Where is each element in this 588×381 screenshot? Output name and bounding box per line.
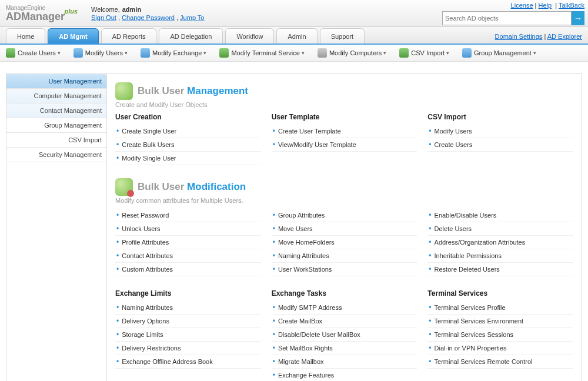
toolbar-group-mgmt[interactable]: Group Management▾ xyxy=(462,48,536,58)
tab-support[interactable]: Support xyxy=(320,28,365,44)
domain-settings-link[interactable]: Domain Settings xyxy=(495,33,543,40)
section-title-bulk-user-management: Bulk User Management xyxy=(138,85,248,97)
group-icon xyxy=(462,48,472,58)
list-item[interactable]: Dial-in or VPN Properties xyxy=(427,342,573,355)
list-item[interactable]: Modify Users xyxy=(427,125,573,138)
toolbar-modify-users[interactable]: Modify Users▾ xyxy=(74,48,128,58)
col-heading-exchange-tasks: Exchange Tasks xyxy=(272,289,417,298)
csv-import-icon xyxy=(399,48,409,58)
list-item[interactable]: Enable/Disable Users xyxy=(427,209,573,222)
search-go-button[interactable]: → xyxy=(572,11,584,25)
list-item[interactable]: Naming Attributes xyxy=(115,301,261,315)
license-link[interactable]: License xyxy=(511,2,533,9)
talkback-link[interactable]: TalkBack xyxy=(559,2,584,9)
users-plus-icon xyxy=(6,48,15,58)
welcome-block: Welcome,admin Sign Out , Change Password… xyxy=(91,6,204,21)
list-item[interactable]: Reset Password xyxy=(115,209,261,222)
list-item[interactable]: Profile Attributes xyxy=(115,236,261,249)
list-item[interactable]: Create Single User xyxy=(115,125,261,138)
toolbar-csv-import[interactable]: CSV Import▾ xyxy=(399,48,449,58)
tab-home[interactable]: Home xyxy=(6,28,45,44)
col-heading-exchange-limits: Exchange Limits xyxy=(115,289,261,298)
list-item[interactable]: Disable/Delete User MailBox xyxy=(272,328,417,342)
list-item[interactable]: Inheritable Permissions xyxy=(427,249,573,263)
list-item[interactable]: Naming Attributes xyxy=(272,249,417,263)
list-item[interactable]: Set MailBox Rights xyxy=(272,342,417,355)
col-heading-terminal-services: Terminal Services xyxy=(427,289,573,298)
exchange-icon xyxy=(141,48,150,58)
jump-to-link[interactable]: Jump To xyxy=(180,14,204,21)
list-item[interactable]: Modify SMTP Address xyxy=(272,301,417,315)
users-edit-icon xyxy=(74,48,83,58)
list-item[interactable]: Exchange Offline Address Book xyxy=(115,355,261,369)
bulk-user-mgmt-icon xyxy=(115,82,133,100)
sidebar-item-csv-import[interactable]: CSV Import xyxy=(6,133,106,148)
tab-ad-reports[interactable]: AD Reports xyxy=(101,28,157,44)
list-item[interactable]: User WorkStations xyxy=(272,263,417,276)
col-heading-user-creation: User Creation xyxy=(115,113,261,121)
section-subtitle: Create and Modify User Objects xyxy=(115,101,573,108)
list-item[interactable]: Group Attributes xyxy=(272,209,417,222)
list-item[interactable]: Create Users xyxy=(427,138,573,152)
list-item[interactable]: Terminal Services Profile xyxy=(427,301,573,315)
sidebar-item-contact-management[interactable]: Contact Management xyxy=(6,103,106,118)
list-item[interactable]: Address/Organization Attributes xyxy=(427,236,573,249)
toolbar-modify-computers[interactable]: Modify Computers▾ xyxy=(318,48,386,58)
ad-explorer-link[interactable]: AD Explorer xyxy=(547,33,582,40)
section-title-bulk-user-modification: Bulk User Modification xyxy=(138,181,246,193)
bulk-user-mod-icon xyxy=(115,178,133,196)
list-item[interactable]: Storage Limits xyxy=(115,328,261,342)
search-input[interactable] xyxy=(442,11,572,25)
list-item[interactable]: Terminal Services Remote Control xyxy=(427,355,573,369)
list-item[interactable]: Delivery Options xyxy=(115,315,261,328)
list-item[interactable]: Delivery Restrictions xyxy=(115,342,261,355)
list-item[interactable]: Create MailBox xyxy=(272,315,417,328)
sidebar-item-computer-management[interactable]: Computer Management xyxy=(6,89,106,103)
list-item[interactable]: Terminal Services Sessions xyxy=(427,328,573,342)
list-item[interactable]: Move HomeFolders xyxy=(272,236,417,249)
list-item[interactable]: Exchange Features xyxy=(272,369,417,381)
tab-admin[interactable]: Admin xyxy=(276,28,317,44)
toolbar-create-users[interactable]: Create Users▾ xyxy=(6,48,61,58)
change-password-link[interactable]: Change Password xyxy=(122,14,175,21)
tab-ad-mgmt[interactable]: AD Mgmt xyxy=(48,28,98,44)
list-item[interactable]: Create User Template xyxy=(272,125,417,138)
help-link[interactable]: Help xyxy=(539,2,552,9)
list-item[interactable]: Restore Deleted Users xyxy=(427,263,573,276)
sidebar-item-group-management[interactable]: Group Management xyxy=(6,118,106,133)
list-item[interactable]: Modify Single User xyxy=(115,152,261,165)
sidebar-item-user-management[interactable]: User Management xyxy=(6,74,106,89)
list-item[interactable]: Delete Users xyxy=(427,222,573,236)
terminal-icon xyxy=(219,48,229,58)
tab-ad-delegation[interactable]: AD Delegation xyxy=(159,28,223,44)
list-item[interactable]: Contact Attributes xyxy=(115,249,261,263)
list-item[interactable]: Migrate Mailbox xyxy=(272,355,417,369)
app-logo: ManageEngine ADManagerplus xyxy=(6,5,65,22)
main-content: Bulk User Management Create and Modify U… xyxy=(106,73,582,381)
sidebar-item-security-management[interactable]: Security Management xyxy=(6,148,106,162)
col-heading-csv-import: CSV Import xyxy=(427,113,573,121)
list-item[interactable]: Custom Attributes xyxy=(115,263,261,276)
toolbar-modify-exchange[interactable]: Modify Exchange▾ xyxy=(141,48,206,58)
tab-workflow[interactable]: Workflow xyxy=(225,28,274,44)
left-sidebar: User Management Computer Management Cont… xyxy=(6,73,106,381)
toolbar-modify-terminal[interactable]: Modify Terminal Service▾ xyxy=(219,48,305,58)
list-item[interactable]: Unlock Users xyxy=(115,222,261,236)
sign-out-link[interactable]: Sign Out xyxy=(91,14,116,21)
list-item[interactable]: View/Modify User Template xyxy=(272,138,417,152)
col-heading-user-template: User Template xyxy=(272,113,417,121)
computer-icon xyxy=(318,48,327,58)
action-toolbar: Create Users▾ Modify Users▾ Modify Excha… xyxy=(0,45,588,62)
list-item[interactable]: Create Bulk Users xyxy=(115,138,261,152)
list-item[interactable]: Terminal Services Environment xyxy=(427,315,573,328)
section-subtitle: Modify common attributes for Multiple Us… xyxy=(115,197,573,204)
list-item[interactable]: Move Users xyxy=(272,222,417,236)
